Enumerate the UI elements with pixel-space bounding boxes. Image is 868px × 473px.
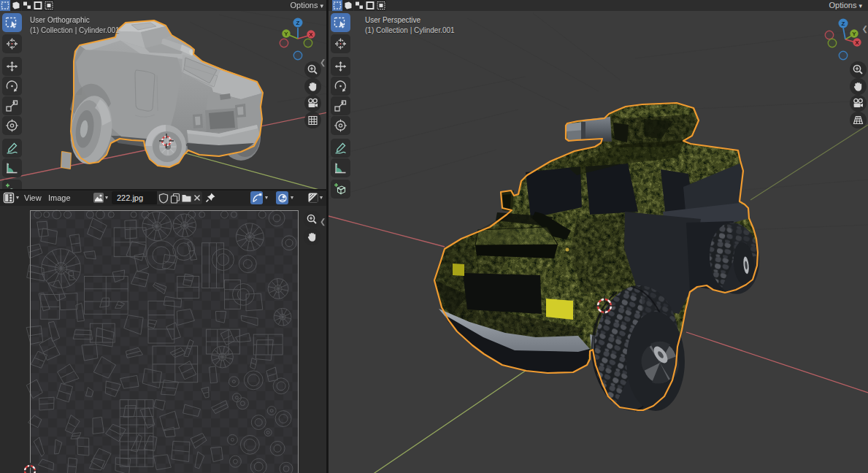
svg-text:Y: Y [852, 31, 856, 37]
svg-text:Z: Z [842, 20, 845, 27]
svg-text:Y: Y [284, 31, 288, 37]
svg-text:X: X [309, 31, 313, 38]
svg-text:X: X [855, 39, 859, 46]
svg-text:Z: Z [296, 20, 300, 26]
